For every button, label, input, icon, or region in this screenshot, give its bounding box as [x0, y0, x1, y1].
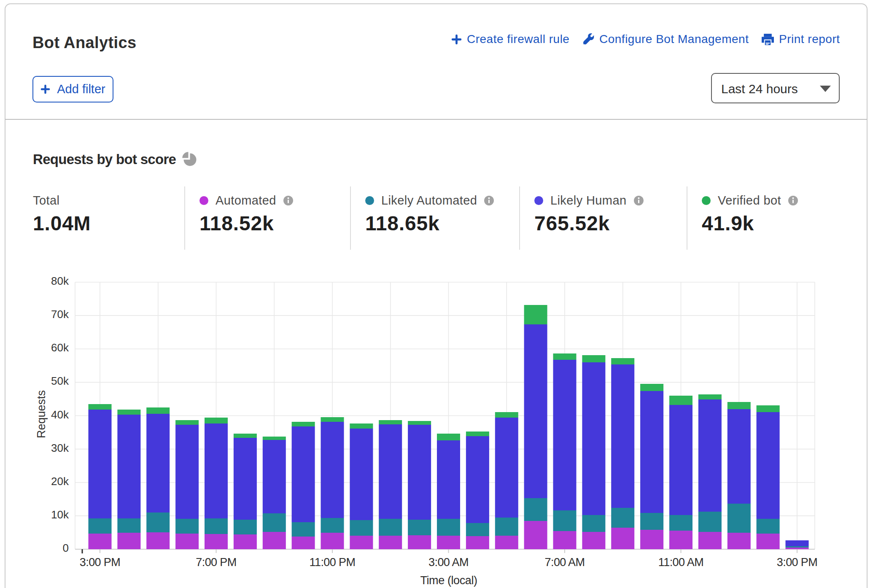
svg-text:3:00 AM: 3:00 AM: [428, 556, 469, 569]
svg-text:30k: 30k: [51, 442, 69, 454]
svg-text:10k: 10k: [51, 508, 69, 521]
svg-text:50k: 50k: [51, 375, 69, 387]
svg-text:11:00 AM: 11:00 AM: [658, 556, 703, 569]
svg-text:3:00 PM: 3:00 PM: [80, 556, 120, 569]
svg-text:70k: 70k: [51, 308, 69, 321]
svg-text:40k: 40k: [51, 408, 69, 421]
svg-text:0: 0: [63, 542, 69, 554]
svg-text:7:00 AM: 7:00 AM: [545, 556, 585, 569]
svg-text:3:00 PM: 3:00 PM: [777, 556, 817, 569]
svg-text:11:00 PM: 11:00 PM: [310, 556, 356, 569]
svg-text:60k: 60k: [51, 341, 69, 354]
svg-text:7:00 PM: 7:00 PM: [196, 556, 236, 569]
svg-text:Requests: Requests: [35, 390, 48, 438]
svg-text:Time (local): Time (local): [420, 574, 477, 587]
svg-text:20k: 20k: [51, 475, 69, 488]
svg-text:80k: 80k: [51, 275, 69, 287]
